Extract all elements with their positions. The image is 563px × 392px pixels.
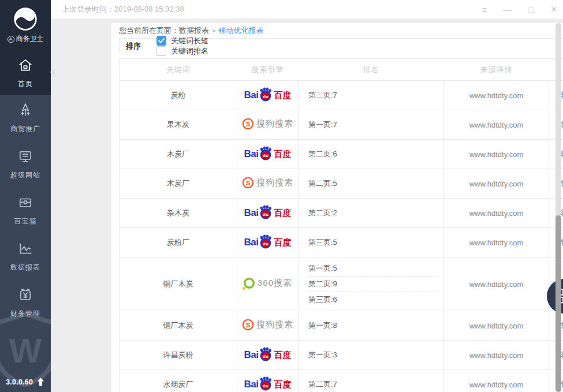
- report-icon: [18, 241, 33, 259]
- brand-logo-icon: w: [13, 7, 38, 31]
- sort-option-1[interactable]: 关键词长短: [156, 36, 208, 46]
- close-icon[interactable]: ×: [549, 3, 558, 16]
- keyword-cell: 木炭厂: [120, 169, 237, 199]
- engine-cell: S搜狗搜索: [237, 311, 299, 341]
- last-login-time: 上次登录时间：2019-08-08 15:32:38: [62, 4, 184, 14]
- checkbox-checked-icon[interactable]: [156, 36, 166, 46]
- breadcrumb-separator-icon: >: [212, 27, 215, 34]
- rank-value: 第一页:5: [308, 261, 438, 277]
- sidebar-item-label: 百宝箱: [14, 216, 37, 226]
- website-icon: [18, 149, 33, 166]
- sort-option-2[interactable]: 关键词排名: [156, 46, 208, 57]
- rank-value: 第二页:5: [308, 176, 438, 191]
- engine-cell: Baidu百度: [237, 140, 299, 169]
- sidebar-item-label: 首页: [18, 79, 33, 89]
- sort-label: 排序: [126, 41, 141, 51]
- sidebar-item-5[interactable]: 数据报表: [0, 234, 51, 280]
- source-url: www.hdtdty.com: [469, 322, 524, 330]
- source-cell: www.hdtdty.com: [444, 341, 549, 370]
- rank-value: 第二页:6: [308, 147, 438, 162]
- baidu-logo-icon: Baidu百度: [244, 145, 292, 163]
- keyword-cell: 水烟炭厂: [120, 370, 237, 392]
- svg-text:du: du: [263, 241, 269, 247]
- source-url: www.hdtdty.com: [469, 351, 524, 360]
- sogou-logo-icon: S搜狗搜索: [242, 177, 293, 189]
- source-url: www.hdtdty.com: [469, 209, 524, 218]
- keyword-ranking-table: 关键词搜索引擎排名来源详情查看 炭粉Baidu百度第三页:7www.hdtdty…: [119, 58, 563, 392]
- source-url: www.hdtdty.com: [469, 121, 524, 129]
- rank-cell: 第二页:6: [299, 140, 444, 169]
- vertical-scrollbar-thumb[interactable]: [555, 215, 561, 392]
- source-cell: www.hdtdty.com: [444, 370, 549, 392]
- svg-text:S: S: [246, 180, 251, 186]
- source-cell: www.hdtdty.com: [444, 169, 549, 199]
- home-icon: [18, 58, 33, 75]
- svg-text:du: du: [263, 94, 269, 99]
- engine-cell: S搜狗搜索: [237, 169, 299, 199]
- svg-text:S: S: [246, 121, 251, 128]
- table-header-row: 关键词搜索引擎排名来源详情查看: [120, 59, 563, 81]
- brand-name: A 商务卫士: [8, 34, 44, 44]
- svg-text:w: w: [27, 10, 32, 17]
- svg-text:du: du: [263, 354, 269, 359]
- source-cell: www.hdtdty.com: [444, 257, 549, 311]
- rank-value: 第一页:3: [308, 348, 438, 363]
- rank-value: 第三页:5: [308, 235, 438, 250]
- column-header: 排名: [299, 59, 444, 81]
- update-arrow-icon[interactable]: [36, 377, 45, 386]
- table-row: 木炭厂Baidu百度第二页:6www.hdtdty.com排名快照: [120, 140, 563, 169]
- rank-value: 第二页:2: [308, 206, 438, 221]
- source-cell: www.hdtdty.com: [444, 81, 549, 110]
- rank-cell: 第二页:5: [299, 169, 444, 199]
- sidebar-item-label: 数据报表: [10, 263, 40, 272]
- app-window: w A 商务卫士 首页商贸推广超级网站百宝箱数据报表财务管理 W 3.0.0.6…: [0, 0, 563, 392]
- sogou-logo-icon: S搜狗搜索: [242, 319, 293, 331]
- svg-text:du: du: [263, 212, 269, 217]
- keyword-cell: 木炭厂: [120, 140, 237, 169]
- sidebar: w A 商务卫士 首页商贸推广超级网站百宝箱数据报表财务管理 W 3.0.0.6…: [0, 0, 51, 392]
- vertical-scrollbar-track[interactable]: [555, 23, 561, 392]
- sidebar-item-3[interactable]: 超级网站: [0, 141, 51, 188]
- title-bar: 上次登录时间：2019-08-08 15:32:38 ≡ — □ ×: [51, 0, 563, 18]
- engine-cell: Baidu百度: [237, 199, 299, 228]
- rank-value: 第一页:8: [308, 318, 438, 333]
- rank-cell: 第一页:5第二页:9第三页:6: [299, 257, 444, 311]
- source-url: www.hdtdty.com: [469, 180, 524, 188]
- brand: w A 商务卫士: [0, 0, 51, 51]
- table-row: 果木炭S搜狗搜索第一页:7www.hdtdty.com排名快照: [120, 110, 563, 140]
- engine-cell: S搜狗搜索: [237, 110, 299, 140]
- svg-text:du: du: [263, 153, 269, 158]
- sidebar-item-2[interactable]: 商贸推广: [0, 95, 51, 141]
- sidebar-item-4[interactable]: 百宝箱: [0, 188, 51, 234]
- active-item-arrow-icon: [50, 68, 55, 77]
- baidu-logo-icon: Baidu百度: [244, 87, 292, 104]
- table-row: 炭粉Baidu百度第三页:7www.hdtdty.com排名快照: [120, 81, 563, 110]
- baidu-logo-icon: Baidu百度: [244, 376, 292, 392]
- breadcrumb-prefix: 您当前所在页面：: [119, 25, 179, 36]
- checkbox-unchecked-icon[interactable]: [156, 46, 166, 56]
- rank-cell: 第一页:7: [299, 110, 444, 140]
- menu-icon[interactable]: ≡: [480, 5, 489, 14]
- rank-value: 第一页:7: [308, 117, 438, 132]
- rank-cell: 第一页:8: [299, 311, 444, 341]
- source-url: www.hdtdty.com: [469, 280, 524, 289]
- sort-option-label: 关键词排名: [171, 46, 208, 57]
- sidebar-gutter: [102, 18, 111, 392]
- svg-text:S: S: [246, 322, 251, 328]
- sort-option-label: 关键词长短: [171, 36, 208, 46]
- rank-cell: 第一页:3: [299, 341, 444, 370]
- rank-cell: 第二页:7: [299, 370, 444, 392]
- engine-cell: Baidu百度: [237, 228, 299, 257]
- engine-cell: 360搜索: [237, 257, 299, 311]
- breadcrumb-current-link[interactable]: 移动优化报表: [218, 25, 263, 36]
- sort-bar: 排序 关键词长短关键词排名: [119, 38, 563, 53]
- sidebar-item-1[interactable]: 首页: [0, 51, 51, 95]
- maximize-icon[interactable]: □: [526, 5, 535, 14]
- table-row: 铜厂木炭S搜狗搜索第一页:8www.hdtdty.com排名快照: [120, 311, 563, 341]
- version-row: 3.0.0.60: [0, 377, 51, 386]
- sidebar-item-label: 超级网站: [10, 170, 40, 180]
- source-cell: www.hdtdty.com: [444, 228, 549, 257]
- minimize-icon[interactable]: —: [503, 5, 512, 14]
- keyword-cell: 铜厂木炭: [120, 311, 237, 341]
- sidebar-nav: 首页商贸推广超级网站百宝箱数据报表财务管理: [0, 51, 51, 326]
